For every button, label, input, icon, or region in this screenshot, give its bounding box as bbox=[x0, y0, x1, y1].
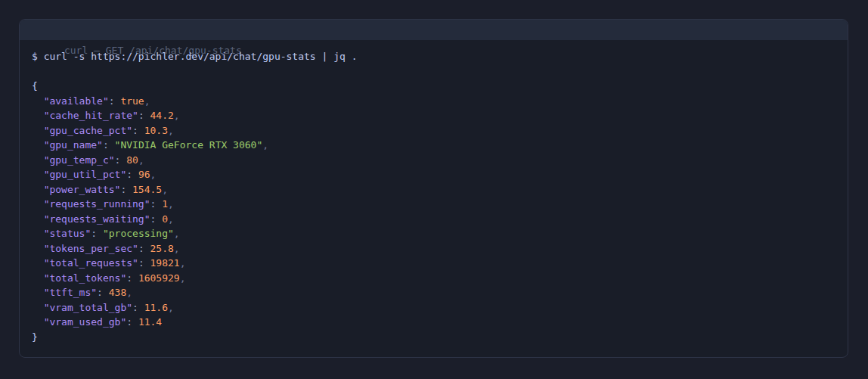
json-colon: : bbox=[138, 110, 150, 121]
json-key: "power_watts" bbox=[44, 184, 121, 195]
json-colon: : bbox=[132, 302, 144, 313]
json-colon: : bbox=[97, 287, 109, 298]
json-entry-line: "requests_waiting": 0, bbox=[32, 212, 835, 227]
json-comma: , bbox=[144, 95, 150, 107]
json-value: 11.4 bbox=[138, 316, 162, 328]
json-colon: : bbox=[126, 316, 138, 328]
json-entry-line: "requests_running": 1, bbox=[32, 197, 835, 212]
json-value: 438 bbox=[109, 287, 126, 298]
json-close-brace: } bbox=[32, 330, 835, 345]
json-comma: , bbox=[174, 110, 180, 121]
json-colon: : bbox=[132, 125, 144, 136]
json-value: 0 bbox=[162, 213, 168, 225]
json-comma: , bbox=[162, 184, 168, 195]
json-key: "gpu_cache_pct" bbox=[44, 125, 132, 136]
json-colon: : bbox=[115, 154, 127, 166]
json-comma: , bbox=[174, 243, 180, 254]
json-comma: , bbox=[168, 125, 174, 136]
json-key: "requests_waiting" bbox=[44, 213, 150, 225]
json-entry-line: "power_watts": 154.5, bbox=[32, 182, 835, 197]
json-value: 96 bbox=[138, 169, 150, 180]
json-open-brace: { bbox=[32, 79, 835, 94]
json-entry-line: "vram_total_gb": 11.6, bbox=[32, 300, 835, 315]
page-background: curl — GET /api/chat/gpu-stats $curl -s … bbox=[0, 0, 868, 379]
json-entry-line: "status": "processing", bbox=[32, 226, 835, 241]
json-value: 10.3 bbox=[144, 125, 168, 136]
json-value: 1605929 bbox=[138, 272, 180, 284]
json-colon: : bbox=[138, 257, 150, 269]
json-key: "cache_hit_rate" bbox=[44, 110, 138, 121]
blank-line bbox=[32, 64, 835, 79]
json-entry-line: "gpu_name": "NVIDIA GeForce RTX 3060", bbox=[32, 138, 835, 153]
json-key: "gpu_temp_c" bbox=[44, 154, 115, 166]
json-value: 1 bbox=[162, 198, 168, 210]
json-value: 154.5 bbox=[132, 184, 162, 195]
json-key: "available" bbox=[44, 95, 109, 107]
json-comma: , bbox=[150, 169, 157, 180]
terminal-titlebar: curl — GET /api/chat/gpu-stats bbox=[20, 20, 848, 40]
json-comma: , bbox=[168, 302, 174, 313]
json-entry-line: "gpu_cache_pct": 10.3, bbox=[32, 123, 835, 138]
json-entry-line: "cache_hit_rate": 44.2, bbox=[32, 108, 835, 123]
json-colon: : bbox=[109, 95, 121, 107]
json-comma: , bbox=[174, 228, 180, 239]
json-key: "status" bbox=[44, 228, 91, 239]
json-comma: , bbox=[168, 198, 174, 210]
json-value: "processing" bbox=[103, 228, 174, 239]
json-key: "gpu_name" bbox=[44, 139, 103, 151]
json-colon: : bbox=[126, 272, 138, 284]
json-entry-line: "gpu_util_pct": 96, bbox=[32, 167, 835, 182]
json-value: 44.2 bbox=[150, 110, 174, 121]
terminal-content: $curl -s https://pichler.dev/api/chat/gp… bbox=[20, 40, 848, 344]
json-key: "total_tokens" bbox=[44, 272, 127, 284]
json-comma: , bbox=[262, 139, 268, 151]
json-value: 25.8 bbox=[150, 243, 174, 254]
shell-command: curl -s https://pichler.dev/api/chat/gpu… bbox=[44, 51, 358, 62]
json-colon: : bbox=[150, 198, 163, 210]
json-colon: : bbox=[91, 228, 103, 239]
json-output: "available": true, "cache_hit_rate": 44.… bbox=[32, 94, 835, 330]
json-colon: : bbox=[103, 139, 115, 151]
terminal-window: curl — GET /api/chat/gpu-stats $curl -s … bbox=[19, 19, 848, 358]
json-comma: , bbox=[168, 213, 174, 225]
json-colon: : bbox=[120, 184, 132, 195]
json-value: 19821 bbox=[150, 257, 180, 269]
json-entry-line: "tokens_per_sec": 25.8, bbox=[32, 241, 835, 256]
json-key: "total_requests" bbox=[44, 257, 138, 269]
json-key: "tokens_per_sec" bbox=[44, 243, 138, 254]
json-comma: , bbox=[126, 287, 132, 298]
json-key: "gpu_util_pct" bbox=[44, 169, 127, 180]
json-colon: : bbox=[126, 169, 138, 180]
json-value: 11.6 bbox=[144, 302, 168, 313]
json-comma: , bbox=[180, 257, 186, 269]
json-entry-line: "gpu_temp_c": 80, bbox=[32, 153, 835, 168]
json-value: "NVIDIA GeForce RTX 3060" bbox=[115, 139, 263, 151]
json-comma: , bbox=[138, 154, 144, 166]
json-colon: : bbox=[150, 213, 163, 225]
command-line: $curl -s https://pichler.dev/api/chat/gp… bbox=[32, 49, 835, 64]
json-value: 80 bbox=[126, 154, 138, 166]
json-entry-line: "total_tokens": 1605929, bbox=[32, 271, 835, 286]
json-entry-line: "total_requests": 19821, bbox=[32, 256, 835, 271]
json-entry-line: "available": true, bbox=[32, 94, 835, 109]
json-colon: : bbox=[138, 243, 150, 254]
json-key: "requests_running" bbox=[44, 198, 150, 210]
json-key: "ttft_ms" bbox=[44, 287, 97, 298]
json-key: "vram_total_gb" bbox=[44, 302, 132, 313]
shell-prompt: $ bbox=[32, 51, 38, 62]
json-comma: , bbox=[180, 272, 186, 284]
json-key: "vram_used_gb" bbox=[44, 316, 127, 328]
json-entry-line: "vram_used_gb": 11.4 bbox=[32, 315, 835, 330]
json-entry-line: "ttft_ms": 438, bbox=[32, 285, 835, 300]
json-value: true bbox=[120, 95, 144, 107]
